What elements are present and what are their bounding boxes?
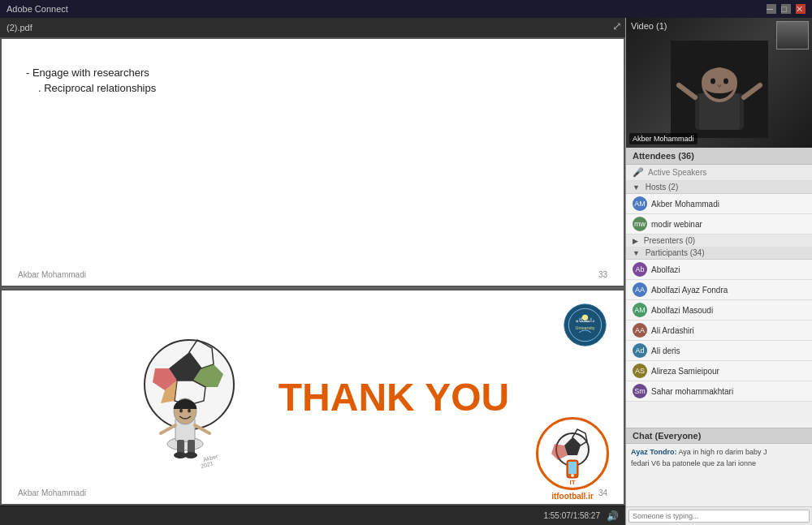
participant-item-5: AS Alireza Samieipour	[626, 361, 812, 381]
thank-you-text: THANK YOU	[279, 375, 509, 420]
active-speakers-label: Active Speakers	[648, 168, 706, 177]
chat-message-0: Ayaz Tondro: Aya in high ro darim baby J	[631, 448, 807, 458]
participant-avatar-1: AA	[633, 282, 647, 297]
svg-point-30	[723, 78, 728, 84]
participant-name-0: Abolfazi	[651, 265, 680, 274]
host-avatar-2: mw	[633, 217, 647, 231]
svg-point-39	[571, 474, 574, 477]
participant-name-1: Abolfazi Ayaz Fondra	[651, 286, 728, 295]
participant-item-1: AA Abolfazi Ayaz Fondra	[626, 280, 812, 300]
chat-message-1: fedari V6 ba patonele que za lari ionne	[631, 459, 807, 469]
participant-name-4: Ali deris	[651, 346, 680, 355]
maximize-button[interactable]: □	[781, 4, 791, 14]
svg-text:IT: IT	[569, 479, 575, 486]
time-display: 1:55:07/1:58:27 🔊	[543, 510, 619, 522]
participant-item-2: AM Abolfazi Masoudi	[626, 300, 812, 321]
host-item-1: AM Akber Mohammadi	[626, 194, 812, 214]
slide1-author: Akbar Mohammadi	[18, 270, 86, 279]
chat-text-0: Aya in high ro darim baby J	[679, 448, 767, 456]
attendees-header: Attendees (36)	[626, 148, 812, 165]
presenters-label: ▶ Presenters (0)	[626, 235, 812, 247]
participant-name-3: Ali Ardashiri	[651, 326, 694, 335]
slide2-content: Akber 2021 THANK YOU	[2, 290, 624, 505]
participants-triangle: ▼	[633, 249, 640, 257]
svg-point-22	[184, 452, 197, 458]
chat-text-1: fedari V6 ba patonele que za lari ionne	[631, 459, 756, 467]
participant-item-4: Ad Ali deris	[626, 341, 812, 361]
hosts-label: ▼ Hosts (2)	[626, 181, 812, 194]
titlebar: Adobe Connect ─ □ ✕	[0, 0, 812, 18]
close-button[interactable]: ✕	[796, 4, 806, 14]
slides-container: - Engage with researchers . Reciprocal r…	[0, 37, 625, 506]
slide-1: - Engage with researchers . Reciprocal r…	[2, 39, 624, 286]
participant-name-5: Alireza Samieipour	[651, 367, 719, 376]
presenter-video	[671, 41, 768, 138]
chat-sender-0: Ayaz Tondro:	[631, 448, 677, 456]
chat-section: Chat (Everyone) Ayaz Tondro: Aya in high…	[626, 428, 812, 525]
main-layout: (2).pdf ⤢ - Engage with researchers . Re…	[0, 18, 812, 525]
participant-item-6: Sm Sahar mohammakhtari	[626, 381, 812, 402]
right-panel: Video (1)	[625, 18, 812, 525]
slide1-line1: - Engage with researchers	[26, 67, 599, 79]
svg-point-18	[188, 409, 191, 413]
participant-name-6: Sahar mohammakhtari	[651, 387, 733, 396]
participant-avatar-5: AS	[633, 364, 647, 378]
university-logo: دانشگاه University	[563, 303, 607, 347]
slide-divider	[2, 287, 624, 289]
watermark: IT itfootball.ir	[536, 417, 609, 501]
thumb-video	[776, 21, 809, 49]
app-title: Adobe Connect	[6, 4, 68, 14]
slide-topbar: (2).pdf ⤢	[0, 18, 625, 37]
presenter-name-badge: Akber Mohammadi	[629, 133, 698, 144]
video-label: Video (1)	[631, 21, 667, 31]
participant-avatar-3: AA	[633, 323, 647, 338]
svg-point-29	[710, 78, 715, 84]
slide1-footer: Akbar Mohammadi 33	[2, 270, 624, 279]
participant-avatar-4: Ad	[633, 343, 647, 358]
chat-messages: Ayaz Tondro: Aya in high ro darim baby J…	[626, 444, 812, 506]
chat-input[interactable]	[628, 510, 810, 523]
minimize-button[interactable]: ─	[767, 4, 776, 14]
host-name-2: modir webinar	[651, 220, 702, 229]
football-cartoon: Akber 2021	[116, 324, 262, 470]
svg-rect-38	[568, 462, 577, 474]
slide1-page: 33	[598, 270, 607, 279]
slide2-author: Akbar Mohammadi	[18, 488, 86, 497]
slide-filename: (2).pdf	[6, 23, 32, 32]
watermark-site: itfootball.ir	[551, 492, 594, 501]
video-section: Video (1)	[626, 18, 812, 148]
slide-2: دانشگاه University	[2, 290, 624, 505]
slide1-line2: . Reciprocal relationships	[26, 82, 599, 94]
hosts-triangle: ▼	[633, 183, 640, 191]
svg-point-4	[582, 314, 588, 320]
watermark-circle: IT	[536, 417, 609, 490]
host-avatar-1: AM	[633, 196, 647, 211]
participant-avatar-2: AM	[633, 303, 647, 317]
participant-avatar-6: Sm	[633, 384, 647, 398]
host-item-2: mw modir webinar	[626, 214, 812, 235]
bottom-bar: 1:55:07/1:58:27 🔊	[0, 506, 625, 525]
chat-header: Chat (Everyone)	[626, 428, 812, 444]
mic-icon: 🎤	[633, 167, 644, 178]
slide2-footer: Akbar Mohammadi 34	[2, 488, 624, 497]
svg-line-14	[161, 425, 175, 433]
participant-avatar-0: Ab	[633, 262, 647, 277]
svg-text:University: University	[575, 325, 594, 330]
host-name-1: Akber Mohammadi	[651, 200, 719, 209]
time-current: 1:55:07/1:58:27	[543, 511, 600, 520]
slide1-content: - Engage with researchers . Reciprocal r…	[26, 55, 599, 94]
svg-point-17	[179, 409, 183, 413]
chat-input-row	[626, 506, 812, 525]
thumb-person-figure	[777, 22, 808, 49]
participant-item-0: Ab Abolfazi	[626, 260, 812, 280]
active-speakers-row: 🎤 Active Speakers	[626, 165, 812, 181]
participant-name-2: Abolfazi Masoudi	[651, 306, 713, 315]
participants-label: ▼ Participants (34)	[626, 247, 812, 260]
fullscreen-button[interactable]: ⤢	[612, 19, 622, 32]
presenters-triangle: ▶	[633, 237, 638, 245]
participant-item-3: AA Ali Ardashiri	[626, 321, 812, 341]
titlebar-controls: ─ □ ✕	[767, 4, 806, 14]
volume-icon[interactable]: 🔊	[607, 510, 619, 522]
attendees-section: Attendees (36) 🎤 Active Speakers ▼ Hosts…	[626, 148, 812, 428]
svg-text:2021: 2021	[200, 460, 214, 469]
